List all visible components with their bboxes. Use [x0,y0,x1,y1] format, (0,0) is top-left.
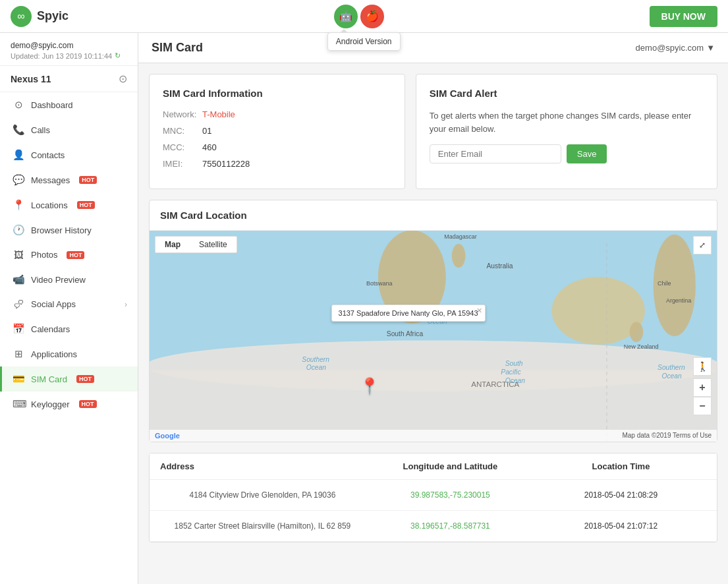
sidebar-item-label-calendars: Calendars [31,324,70,334]
sim-info-card: SIM Card Information Network:T-MobileMNC… [149,74,405,189]
sidebar-item-label-video-preview: Video Preview [31,275,86,285]
applications-icon: ⊞ [13,348,24,360]
col-coords: Longitude and Latitude [365,461,536,471]
main-layout: demo@spyic.com Updated: Jun 13 2019 10:1… [0,33,728,584]
sidebar-item-label-browser-history: Browser History [31,225,92,235]
info-value: 01 [202,126,211,136]
map-svg: South Africa Australia ANTARCTICA Southe… [150,231,717,442]
topbar: ∞ Spyic 🤖 🍎 Android Version BUY NOW [0,0,728,33]
table-header: Address Longitude and Latitude Location … [150,453,717,480]
map-tab-satellite[interactable]: Satellite [190,237,237,252]
messages-icon: 💬 [13,174,24,186]
sidebar-item-photos[interactable]: 🖼PhotosHOT [0,243,138,267]
sidebar-item-video-preview[interactable]: 📹Video Preview [0,267,138,292]
logo-icon: ∞ [11,6,32,27]
svg-text:Ocean: Ocean [661,372,682,380]
hot-badge-locations: HOT [77,201,95,209]
map-expand-button[interactable]: ⤢ [693,236,712,254]
table-cell-coords[interactable]: 39.987583,-75.230015 [365,490,536,500]
zoom-out-button[interactable]: − [693,397,712,415]
info-value: T-Mobile [202,109,235,119]
social-apps-icon: 🗪 [13,299,24,310]
info-label: MNC: [163,126,202,136]
browser-history-icon: 🕐 [13,224,24,236]
sidebar-item-messages[interactable]: 💬MessagesHOT [0,167,138,192]
sim-alert-form: Save [430,144,704,163]
sim-info-title: SIM Card Information [163,88,391,99]
table-cell-address: 4184 Cityview Drive Glenolden, PA 19036 [160,490,365,500]
android-button[interactable]: 🤖 [334,5,358,28]
popup-close-icon[interactable]: ✕ [476,307,482,315]
sidebar-updated: Updated: Jun 13 2019 10:11:44 ↻ [11,51,127,60]
content-header: SIM Card demo@spyic.com ▼ [138,33,728,63]
sidebar-item-browser-history[interactable]: 🕐Browser History [0,218,138,243]
svg-text:Botswana: Botswana [366,280,392,287]
zoom-in-button[interactable]: + [693,378,712,397]
sidebar-item-sim-card[interactable]: 💳SIM CardHOT [0,366,138,392]
svg-text:Australia: Australia [486,262,513,270]
contacts-icon: 👤 [13,149,24,161]
sidebar-item-label-photos: Photos [31,250,57,260]
svg-text:Ocean: Ocean [505,377,526,384]
header-email: demo@spyic.com ▼ [636,43,715,53]
content-area: SIM Card demo@spyic.com ▼ SIM Card Infor… [138,33,728,584]
svg-point-17 [630,322,644,342]
sim-info-fields: Network:T-MobileMNC:01MCC:460IMEI:755011… [163,109,391,169]
sidebar-item-locations[interactable]: 📍LocationsHOT [0,192,138,218]
svg-text:Madagascar: Madagascar [444,233,476,240]
info-row: MCC:460 [163,142,391,152]
sidebar-item-label-social-apps: Social Apps [31,299,76,309]
map-tab-map[interactable]: Map [155,237,190,252]
map-pin-icon: 📍 [360,377,379,395]
map-popup: 3137 Spadafore Drive Nanty Glo, PA 15943… [331,305,486,322]
info-label: Network: [163,109,202,119]
logo: ∞ Spyic [11,6,69,27]
sidebar-item-applications[interactable]: ⊞Applications [0,341,138,366]
sidebar-item-calls[interactable]: 📞Calls [0,117,138,142]
sidebar-item-social-apps[interactable]: 🗪Social Apps› [0,292,138,316]
map-container[interactable]: South Africa Australia ANTARCTICA Southe… [150,231,717,442]
device-dropdown-icon[interactable]: ⊙ [119,73,127,85]
col-address: Address [160,461,365,471]
dashboard-icon: ⊙ [13,99,24,111]
sidebar-item-label-locations: Locations [31,200,68,210]
svg-text:Chile: Chile [658,280,671,287]
data-table: Address Longitude and Latitude Location … [149,453,717,542]
map-tabs: Map Satellite [155,236,237,253]
header-dropdown-icon[interactable]: ▼ [706,43,715,53]
sidebar-item-contacts[interactable]: 👤Contacts [0,142,138,167]
save-button[interactable]: Save [567,144,607,163]
svg-point-19 [452,244,466,268]
svg-text:South Africa: South Africa [387,330,424,337]
sidebar-item-keylogger[interactable]: ⌨KeyloggerHOT [0,392,138,417]
sim-alert-card: SIM Card Alert To get alerts when the ta… [416,74,717,189]
table-cell-time: 2018-05-04 21:07:12 [536,521,706,531]
info-value: 460 [202,142,217,152]
cards-row: SIM Card Information Network:T-MobileMNC… [138,63,728,200]
refresh-icon[interactable]: ↻ [115,51,121,60]
svg-text:Ocean: Ocean [306,364,327,371]
table-cell-time: 2018-05-04 21:08:29 [536,490,706,500]
email-input[interactable] [430,144,561,163]
locations-icon: 📍 [13,199,24,211]
svg-text:Southern: Southern [302,356,329,363]
table-cell-coords[interactable]: 38.196517,-88.587731 [365,521,536,531]
buy-now-button[interactable]: BUY NOW [650,6,717,27]
map-footer: Google Map data ©2019 Terms of Use [150,430,717,442]
photos-icon: 🖼 [13,249,24,260]
table-row: 4184 Cityview Drive Glenolden, PA 190363… [150,480,717,511]
keylogger-icon: ⌨ [13,398,24,410]
sim-alert-title: SIM Card Alert [430,88,704,99]
svg-text:Argentina: Argentina [666,297,691,304]
android-tooltip: Android Version [327,32,401,51]
svg-text:Southern: Southern [658,364,685,371]
ios-button[interactable]: 🍎 [360,5,384,28]
hot-badge-keylogger: HOT [79,400,97,408]
hot-badge-messages: HOT [79,176,97,184]
sidebar-item-calendars[interactable]: 📅Calendars [0,316,138,341]
sidebar-item-label-keylogger: Keylogger [31,399,70,409]
sidebar-item-dashboard[interactable]: ⊙Dashboard [0,92,138,117]
svg-text:South: South [505,360,523,367]
nav-arrow-social-apps: › [125,300,127,309]
map-person-icon[interactable]: 🚶 [693,357,712,376]
